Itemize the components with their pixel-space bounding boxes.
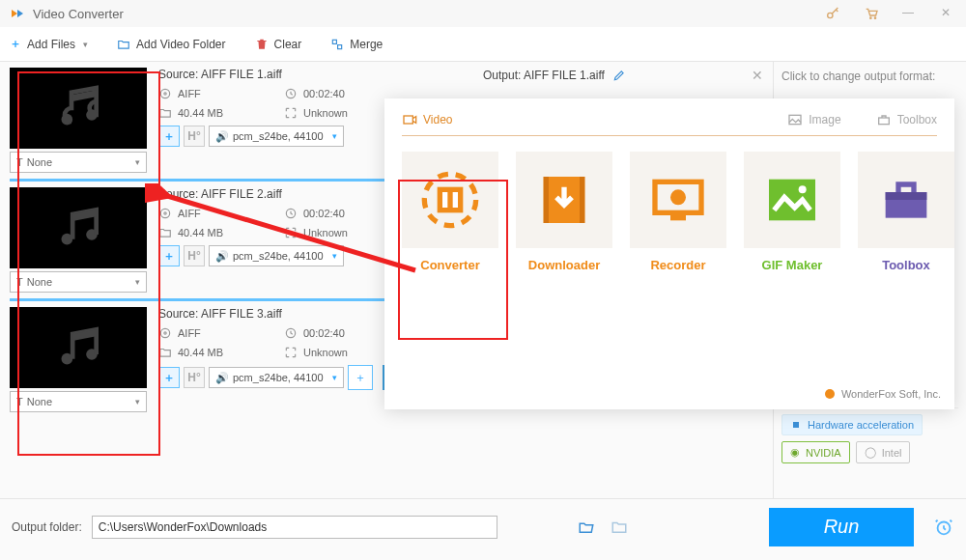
file-thumbnail[interactable] [10, 68, 147, 149]
tab-image[interactable]: Image [787, 112, 840, 127]
key-icon[interactable] [825, 6, 840, 21]
recorder-icon [647, 169, 709, 231]
resolution-value: Unknown [303, 227, 348, 238]
add-edit-button[interactable]: ＋ [348, 365, 373, 390]
hw-accel-label: Hardware acceleration [808, 419, 914, 431]
svg-rect-34 [670, 215, 686, 220]
edit-icon[interactable] [612, 69, 626, 82]
add-folder-button[interactable]: Add Video Folder [117, 38, 226, 51]
svg-point-33 [670, 189, 686, 205]
image-icon [787, 112, 803, 127]
run-button[interactable]: Run [769, 508, 914, 546]
tool-downloader[interactable]: Downloader [516, 152, 612, 272]
merge-button[interactable]: Merge [330, 38, 383, 51]
add-track-button[interactable]: ＋ [158, 367, 180, 388]
svg-point-5 [62, 114, 73, 126]
text-icon: T [16, 276, 23, 288]
hw-accel-badge[interactable]: Hardware acceleration [781, 414, 923, 435]
subtitle-value: None [27, 276, 52, 288]
tool-gif-maker[interactable]: GIF Maker [744, 152, 840, 272]
tool-converter-label: Converter [402, 258, 498, 272]
run-label: Run [824, 516, 860, 538]
codec-select[interactable]: 🔊pcm_s24be, 44100 ▾ [209, 367, 344, 388]
nvidia-label: NVIDIA [806, 447, 841, 459]
music-icon [51, 201, 105, 255]
add-track-button[interactable]: ＋ [158, 126, 180, 147]
codec-select[interactable]: 🔊pcm_s24be, 44100 ▾ [209, 126, 344, 147]
svg-point-17 [160, 328, 169, 337]
codec-select[interactable]: 🔊pcm_s24be, 44100 ▾ [209, 245, 344, 266]
intel-label: Intel [882, 447, 902, 459]
subtitle-select[interactable]: T None ▾ [10, 152, 147, 173]
tab-video[interactable]: Video [402, 112, 452, 127]
add-files-button[interactable]: ＋ Add Files ▾ [10, 36, 88, 52]
merge-label: Merge [350, 38, 383, 51]
chip-icon [790, 419, 802, 431]
clear-label: Clear [274, 38, 302, 51]
remove-item-button[interactable]: ✕ [752, 68, 763, 83]
add-track-button[interactable]: ＋ [158, 245, 180, 266]
output-format-button[interactable] [608, 516, 631, 539]
svg-rect-22 [404, 116, 412, 124]
tab-image-label: Image [809, 113, 840, 126]
speaker-icon: 🔊 [215, 130, 229, 143]
chevron-down-icon: ▾ [135, 157, 140, 167]
size-value: 40.44 MB [178, 347, 223, 358]
svg-rect-30 [544, 177, 549, 223]
folder-plus-icon [117, 38, 130, 51]
output-label: Output: AIFF FILE 1.aiff [483, 69, 605, 82]
nvidia-badge[interactable]: ◉NVIDIA [781, 441, 850, 463]
music-icon [51, 321, 105, 375]
svg-point-8 [164, 93, 166, 95]
chevron-down-icon: ▾ [135, 397, 140, 406]
hd-button[interactable]: H° [184, 367, 205, 388]
brand-icon [824, 388, 836, 400]
file-thumbnail[interactable] [10, 307, 147, 388]
disc-icon [158, 326, 172, 340]
svg-point-1 [870, 17, 871, 18]
svg-rect-4 [338, 44, 342, 48]
hd-button[interactable]: H° [184, 245, 205, 266]
svg-rect-3 [333, 40, 337, 43]
gif-icon [761, 169, 823, 231]
subtitle-value: None [27, 396, 52, 407]
subtitle-select[interactable]: T None ▾ [10, 391, 147, 412]
duration-value: 00:02:40 [303, 88, 345, 99]
add-folder-label: Add Video Folder [136, 38, 226, 51]
tool-recorder[interactable]: Recorder [630, 152, 726, 272]
clock-icon [284, 207, 298, 220]
hd-button[interactable]: H° [184, 126, 205, 147]
tab-toolbox[interactable]: Toolbox [876, 112, 937, 127]
output-folder-label: Output folder: [12, 520, 82, 534]
svg-point-0 [828, 13, 833, 17]
source-label: Source: AIFF FILE 1.aiff [158, 68, 462, 81]
merge-icon [330, 38, 344, 51]
chevron-down-icon: ▾ [332, 131, 337, 141]
file-thumbnail[interactable] [10, 187, 147, 268]
subtitle-select[interactable]: T None ▾ [10, 271, 147, 293]
chevron-down-icon: ▾ [332, 373, 337, 382]
folder-icon [158, 226, 172, 239]
change-format-hint: Click to change output format: [781, 70, 958, 83]
video-icon [402, 112, 417, 127]
converter-icon [419, 169, 481, 231]
downloader-icon [533, 169, 595, 231]
schedule-icon[interactable] [933, 517, 954, 538]
tool-toolbox[interactable]: Toolbox [858, 152, 954, 272]
tool-toolbox-label: Toolbox [858, 258, 954, 272]
open-folder-button[interactable] [575, 516, 598, 539]
clear-button[interactable]: Clear [255, 38, 302, 51]
toolbox-icon [876, 112, 892, 127]
intel-badge[interactable]: ◯Intel [856, 441, 911, 463]
minimize-button[interactable]: — [902, 6, 918, 21]
tab-video-label: Video [423, 113, 452, 126]
svg-rect-24 [878, 118, 889, 125]
expand-icon [284, 106, 298, 120]
close-button[interactable]: ✕ [941, 6, 956, 21]
output-folder-input[interactable] [92, 516, 497, 539]
svg-rect-35 [769, 180, 815, 221]
tool-converter[interactable]: Converter [402, 152, 498, 272]
popup-brand: WonderFox Soft, Inc. [824, 388, 941, 400]
cart-icon[interactable] [864, 6, 879, 21]
plus-icon: ＋ [10, 36, 21, 52]
